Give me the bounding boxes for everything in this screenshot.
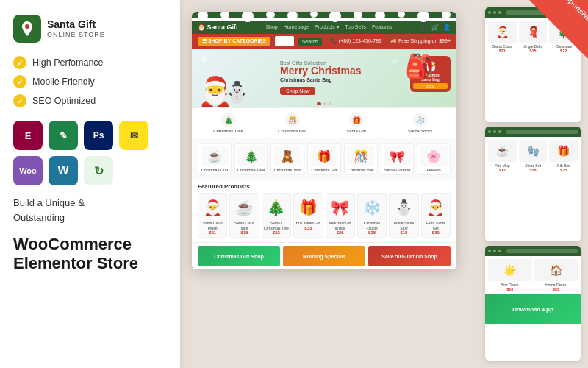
nav-features[interactable]: Features: [372, 24, 392, 30]
check-icon: ✓: [13, 56, 26, 69]
fp-img-4: 🎀: [328, 196, 353, 219]
fp-img-3: 🎁: [295, 196, 320, 219]
cta-line1: Build a Unique &: [13, 196, 167, 210]
prod-img-flowers: 🌸: [420, 146, 448, 166]
update-icon[interactable]: ↻: [84, 156, 113, 185]
nav-shop[interactable]: Shop: [265, 24, 277, 30]
product-cat-gift[interactable]: 🎁 Christmas Gift: [307, 143, 341, 175]
phone-info: 📞 (+86) 123-456-789: [331, 38, 381, 44]
cat-img-ball: 🎊: [285, 113, 300, 127]
product-cat-garland[interactable]: 🎀 Santa Garland: [381, 143, 415, 175]
cta-line3: WooCommerce: [13, 235, 167, 254]
responsive-badge-text: Responsive: [558, 0, 588, 23]
fp-img-2: 🎄: [264, 196, 289, 219]
elementor-icon[interactable]: E: [13, 121, 43, 150]
category-row: 🎄 Christmas Tree 🎊 Christmas Ball 🎁 Sant…: [192, 107, 456, 138]
hero-button[interactable]: Shop Now: [280, 87, 315, 95]
left-panel: Santa Gift Online Store ✓ High Perfomanc…: [0, 0, 180, 368]
banner-sale[interactable]: Save 50% Off On Shop: [368, 246, 451, 266]
banner-morning[interactable]: Morning Specials: [283, 246, 365, 266]
hero-content: Best Gifts Collection Merry Christmas Ch…: [199, 60, 449, 95]
edit-icon[interactable]: ✎: [49, 121, 78, 150]
fp-img-5: ❄️: [359, 196, 384, 219]
prod-img-xball: 🎊: [347, 146, 375, 166]
shop-nav: Shop Homepage Products ▾ Top Sells Featu…: [265, 24, 392, 30]
ss-product-6[interactable]: 🌟 Star Decor $10: [488, 259, 532, 291]
nav-products[interactable]: Products ▾: [315, 24, 340, 30]
ss-content-2: ☕ Red Mug $12 🧤 Xmas Set $18 🎁 Gift Box …: [485, 137, 581, 175]
banner-gift-shop[interactable]: Christmas Gift Shop: [198, 246, 280, 266]
logo-icon: [13, 15, 41, 43]
ss-img-7: 🏠: [534, 259, 578, 281]
product-cat-flowers[interactable]: 🌸 Flowers: [417, 143, 451, 175]
search-bar[interactable]: [275, 36, 294, 46]
ss-product-4[interactable]: 🧤 Xmas Set $18: [519, 140, 548, 172]
cat-img-gift: 🎁: [349, 113, 364, 127]
cta-text: Build a Unique & Outstanding: [13, 196, 167, 224]
prod-img-cup: ☕: [201, 146, 229, 166]
cat-img-tree: 🎄: [221, 113, 236, 127]
feature-label: Mobile Friendly: [32, 77, 95, 87]
cat-item-socks[interactable]: 🧦 Santa Socks: [390, 113, 451, 133]
prod-img-toys: 🧸: [273, 146, 301, 166]
logo-title: Santa Gift: [47, 19, 105, 30]
feature-label: High Perfomance: [32, 57, 104, 68]
prod-img-tree: 🎄: [237, 146, 265, 166]
product-cat-cup[interactable]: ☕ Christmas Cup: [198, 143, 232, 175]
ss-product-0[interactable]: 🎅 Santa Claus $21: [488, 21, 517, 53]
ss-img-3: ☕: [488, 140, 517, 162]
slider-dots: [317, 102, 331, 105]
woocommerce-icon[interactable]: Woo: [13, 156, 43, 185]
user-icon[interactable]: 👤: [443, 24, 451, 31]
free-shipping: 🚚 Free Shipping on $99+: [390, 38, 451, 44]
ss-app-banner[interactable]: Download App: [485, 294, 581, 324]
product-cat-toys[interactable]: 🧸 Christmas Toys: [270, 143, 304, 175]
cta-line4: Elementor Store: [13, 254, 167, 273]
featured-product-0[interactable]: 🎅 Santa Claus Plush $21: [198, 193, 227, 238]
featured-section: Featured Products 🎅 Santa Claus Plush $2…: [192, 180, 456, 242]
side-screen-2: ☕ Red Mug $12 🧤 Xmas Set $18 🎁 Gift Box …: [485, 127, 581, 241]
fp-img-6: ⛄: [391, 196, 416, 219]
fp-img-1: ☕: [232, 196, 257, 219]
search-button[interactable]: Search: [298, 38, 322, 46]
logo-subtitle: Online Store: [47, 31, 105, 38]
ss-product-1[interactable]: 🧣 Jingle Bells $15: [519, 21, 548, 53]
cat-item-tree[interactable]: 🎄 Christmas Tree: [198, 113, 259, 133]
ss-img-0: 🎅: [488, 21, 517, 43]
side-screen-3: 🌟 Star Decor $10 🏠 Home Decor $35 Downlo…: [485, 246, 581, 361]
cta-bold: WooCommerce Elementor Store: [13, 235, 167, 274]
feature-high-performance: ✓ High Perfomance: [13, 56, 167, 69]
ss-product-7[interactable]: 🏠 Home Decor $35: [534, 259, 578, 291]
mailchimp-icon[interactable]: ✉: [119, 121, 148, 150]
cat-item-gift[interactable]: 🎁 Santa Gift: [326, 113, 387, 133]
featured-product-2[interactable]: 🎄 Santa's Christmas Tree $22: [262, 193, 291, 238]
cat-item-ball[interactable]: 🎊 Christmas Ball: [262, 113, 323, 133]
prod-img-garland: 🎀: [384, 146, 412, 166]
cta-line2: Outstanding: [13, 210, 167, 225]
featured-product-1[interactable]: ☕ Santa Claus Mug $15: [229, 193, 259, 238]
nav-topsells[interactable]: Top Sells: [345, 24, 366, 30]
featured-product-3[interactable]: 🎁 Buy a New Gift $33: [293, 193, 323, 238]
featured-product-6[interactable]: ⛄ White Santa Stuff $18: [389, 193, 418, 238]
side-screens: 🎅 Santa Claus $21 🧣 Jingle Bells $15 🎄 C…: [485, 7, 581, 361]
prod-img-gift: 🎁: [310, 146, 338, 166]
category-button[interactable]: ☰ SHOP BY CATEGORIES: [198, 37, 270, 46]
wordpress-icon[interactable]: W: [49, 156, 78, 185]
ss-product-3[interactable]: ☕ Red Mug $12: [488, 140, 517, 172]
ss-product-5[interactable]: 🎁 Gift Box $25: [549, 140, 578, 172]
product-cat-xball[interactable]: 🎊 Christmas Ball: [344, 143, 378, 175]
nav-homepage[interactable]: Homepage: [284, 24, 309, 30]
feature-label: SEO Optimized: [32, 96, 96, 106]
fp-img-0: 🎅: [200, 196, 225, 219]
bottom-banners: Christmas Gift Shop Morning Specials Sav…: [192, 242, 456, 269]
cat-img-socks: 🧦: [413, 113, 428, 127]
logo-area: Santa Gift Online Store: [13, 15, 167, 43]
product-cat-tree[interactable]: 🎄 Christmas Tree: [234, 143, 268, 175]
featured-product-5[interactable]: ❄️ Christmas Faucet $28: [357, 193, 387, 238]
featured-product-4[interactable]: 🎀 New Year Gift in box $26: [326, 193, 355, 238]
cart-icon[interactable]: 🛒: [431, 24, 439, 31]
check-icon: ✓: [13, 75, 26, 88]
ss-img-6: 🌟: [488, 259, 532, 281]
featured-product-7[interactable]: 🎅 Extra Santa Gift $30: [421, 193, 451, 238]
photoshop-icon[interactable]: Ps: [84, 121, 113, 150]
